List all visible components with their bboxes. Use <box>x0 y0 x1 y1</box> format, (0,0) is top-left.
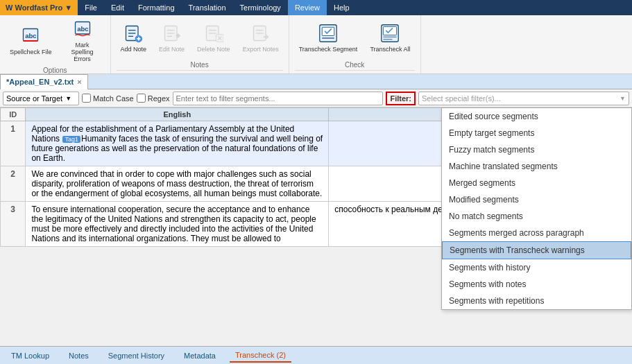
delete-note-label: Delete Note <box>197 46 230 53</box>
regex-checkbox-label[interactable]: Regex <box>137 94 170 103</box>
dropdown-item-segments-merged-across[interactable]: Segments merged across paragraph <box>442 225 631 241</box>
row-1-id: 1 <box>1 121 26 166</box>
add-note-button[interactable]: Add Note <box>117 19 151 55</box>
dropdown-item-edited-source[interactable]: Edited source segments <box>442 108 631 125</box>
english-column-header: English <box>26 108 329 121</box>
bottom-tab-tm-lookup[interactable]: TM Lookup <box>6 349 55 362</box>
match-case-checkbox[interactable] <box>82 94 91 103</box>
menu-edit[interactable]: Edit <box>104 0 131 15</box>
spellcheck-icon: abc <box>19 25 42 47</box>
special-filter-dropdown[interactable]: Select special filter(s)... ▼ <box>418 92 629 105</box>
special-filter-placeholder: Select special filter(s)... <box>422 94 501 103</box>
dropdown-item-segments-repetitions[interactable]: Segments with repetitions <box>442 293 631 309</box>
add-note-icon <box>122 22 144 44</box>
menu-terminology[interactable]: Terminology <box>233 0 288 15</box>
match-case-checkbox-label[interactable]: Match Case <box>82 94 134 103</box>
svg-text:abc: abc <box>25 32 37 40</box>
spellcheck-file-label: Spellcheck File <box>10 49 52 55</box>
ribbon-group-check: Transcheck Segment Transcheck All <box>289 15 421 73</box>
ribbon-group-options: abc Spellcheck File abc Mark Sp <box>0 15 111 73</box>
menu-help[interactable]: Help <box>327 0 357 15</box>
menu-bar: W Wordfast Pro ▼ File Edit Formatting Tr… <box>0 0 632 15</box>
ribbon-group-notes: Add Note Edit Note <box>111 15 289 73</box>
bottom-tab-transcheck[interactable]: Transcheck (2) <box>230 349 291 363</box>
main-content: ID English 1 Appeal for the establishmen… <box>0 107 632 346</box>
bottom-bar: TM Lookup Notes Segment History Metadata… <box>0 346 632 364</box>
content-area: ID English 1 Appeal for the establishmen… <box>0 107 632 346</box>
row-2-id: 2 <box>1 166 26 202</box>
dropdown-item-modified[interactable]: Modified segments <box>442 191 631 208</box>
regex-label: Regex <box>148 94 170 103</box>
source-target-dropdown[interactable]: Source or Target ▼ <box>3 92 79 105</box>
delete-note-button[interactable]: Delete Note <box>193 19 234 55</box>
spellcheck-file-button[interactable]: abc Spellcheck File <box>6 22 56 58</box>
mark-spelling-button[interactable]: abc Mark Spelling Errors <box>60 15 105 65</box>
dropdown-item-fuzzy-match[interactable]: Fuzzy match segments <box>442 141 631 158</box>
file-tab[interactable]: *Appeal_EN_v2.txt × <box>0 74 88 89</box>
mark-spelling-icon: abc <box>71 18 94 40</box>
transcheck-all-button[interactable]: Transcheck All <box>366 19 414 55</box>
file-tab-close[interactable]: × <box>77 78 81 86</box>
ribbon: abc Spellcheck File abc Mark Sp <box>0 15 632 74</box>
menu-formatting[interactable]: Formatting <box>131 0 182 15</box>
menu-translation[interactable]: Translation <box>182 0 233 15</box>
transcheck-all-label: Transcheck All <box>370 46 410 53</box>
bottom-tab-notes[interactable]: Notes <box>63 349 94 362</box>
match-case-label: Match Case <box>93 94 134 103</box>
row-3-source[interactable]: To ensure international cooperation, sec… <box>26 202 329 247</box>
dropdown-item-merged[interactable]: Merged segments <box>442 175 631 191</box>
tab-bar: *Appeal_EN_v2.txt × <box>0 74 632 89</box>
add-note-label: Add Note <box>121 46 147 53</box>
source-target-chevron: ▼ <box>65 95 71 102</box>
regex-checkbox[interactable] <box>137 94 146 103</box>
transcheck-all-icon <box>379 22 401 44</box>
export-notes-button[interactable]: Export Notes <box>239 19 283 55</box>
row-2-source[interactable]: We are convinced that in order to cope w… <box>26 166 329 202</box>
row-1-source[interactable]: Appeal for the establishment of a Parlia… <box>26 121 329 166</box>
dropdown-item-segments-history[interactable]: Segments with history <box>442 259 631 276</box>
dropdown-item-empty-target[interactable]: Empty target segments <box>442 125 631 141</box>
row-3-id: 3 <box>1 202 26 247</box>
edit-note-label: Edit Note <box>159 46 185 53</box>
file-tab-name: *Appeal_EN_v2.txt <box>6 78 74 86</box>
app-name: Wordfast Pro <box>15 3 62 12</box>
transcheck-segment-icon <box>317 22 339 44</box>
export-notes-icon <box>250 22 272 44</box>
app-logo[interactable]: W Wordfast Pro ▼ <box>0 0 78 15</box>
source-target-label: Source or Target <box>6 94 62 103</box>
edit-note-icon <box>161 22 183 44</box>
svg-text:abc: abc <box>77 25 89 33</box>
check-group-label: Check <box>295 60 415 71</box>
transcheck-segment-label: Transcheck Segment <box>299 46 358 53</box>
dropdown-item-transcheck-warnings[interactable]: Segments with Transcheck warnings <box>442 241 631 259</box>
menu-file[interactable]: File <box>78 0 104 15</box>
dropdown-item-segments-notes[interactable]: Segments with notes <box>442 276 631 293</box>
menu-review[interactable]: Review <box>288 0 327 15</box>
filter-text-input[interactable] <box>173 92 384 105</box>
edit-note-button[interactable]: Edit Note <box>155 19 189 55</box>
mark-spelling-label: Mark Spelling Errors <box>65 42 101 62</box>
id-column-header: ID <box>1 108 26 121</box>
delete-note-icon <box>203 22 225 44</box>
notes-group-label: Notes <box>117 60 283 71</box>
filter-label: Filter: <box>386 92 416 105</box>
dropdown-item-machine-translated[interactable]: Machine translated segments <box>442 158 631 175</box>
export-notes-label: Export Notes <box>243 46 279 53</box>
filter-bar: Source or Target ▼ Match Case Regex Filt… <box>0 89 632 107</box>
bottom-tab-segment-history[interactable]: Segment History <box>103 349 170 362</box>
dropdown-item-no-match[interactable]: No match segments <box>442 208 631 225</box>
special-filter-dropdown-menu: Edited source segments Empty target segm… <box>441 107 632 310</box>
tag-box: Tag1 <box>62 136 80 143</box>
transcheck-segment-button[interactable]: Transcheck Segment <box>295 19 362 55</box>
bottom-tab-metadata[interactable]: Metadata <box>178 349 221 362</box>
special-filter-chevron: ▼ <box>620 95 626 102</box>
